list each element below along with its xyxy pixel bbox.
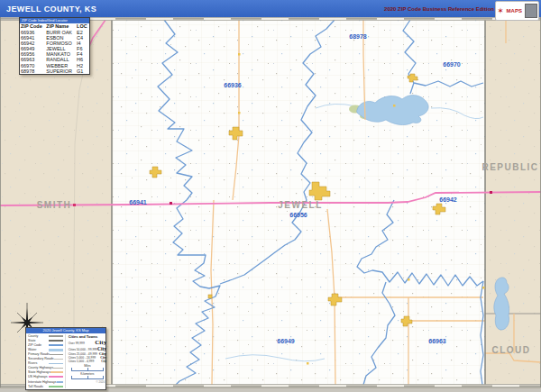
city-class: Over 99,999City	[69, 339, 107, 346]
zip-index-header-row: ZIP Code ZIP Name LOC	[20, 23, 89, 30]
map-document: { "header": { "title": "JEWELL COUNTY, K…	[0, 0, 541, 392]
map-legend: 2020 Jewell County, KS Map County State …	[25, 327, 106, 390]
legend-item: Toll Roads	[28, 384, 63, 388]
legend-item: Secondary Roads	[28, 357, 63, 361]
legend-item: Interstate Highways	[28, 379, 63, 384]
logo-brand-text: MAPS	[507, 8, 522, 14]
us-highway-sample	[49, 376, 63, 378]
zip-label-68978: 68978	[349, 33, 367, 40]
legend-item: State	[28, 339, 63, 343]
legend-item: County	[28, 334, 63, 339]
state-highway-sample	[50, 371, 63, 373]
zip-label-66942: 66942	[439, 196, 457, 203]
county-highway-sample	[53, 368, 63, 369]
county-label-republic: REPUBLIC	[481, 162, 538, 172]
table-row: 66963RANDALLH6	[20, 57, 89, 62]
river-sample	[49, 363, 63, 364]
page-title: JEWELL COUNTY, KS	[0, 5, 96, 14]
legend-cities-column: Cities and Towns Over 99,999City Cities …	[66, 334, 107, 388]
logo-star-icon: ✶	[497, 7, 504, 15]
col-zip-code: ZIP Code	[20, 23, 45, 30]
se-lake	[494, 278, 509, 330]
cell-zip: 68978	[20, 68, 45, 74]
secondary-road-sample	[54, 359, 63, 360]
interstate-sample	[57, 381, 63, 383]
cell-name: SUPERIOR	[45, 68, 76, 74]
zip-label-66963: 66963	[428, 338, 446, 344]
legend-item: State Highways	[28, 370, 63, 375]
cell-loc: G1	[76, 68, 89, 74]
zip-label-66956: 66956	[289, 212, 307, 218]
city-class: Cities 1,000 - 4,999City	[69, 360, 107, 363]
toll-road-sample	[49, 386, 63, 387]
legend-item: US Highways	[28, 375, 63, 379]
legend-item: Rivers	[28, 361, 63, 366]
table-row: 66970WEBBERH2	[20, 63, 89, 68]
zip-index-table: ZIP Code Index/Grid Locator ZIP Code ZIP…	[19, 17, 90, 75]
zip-label-66941: 66941	[129, 199, 147, 205]
water-sample	[49, 349, 63, 351]
zip-line-sample	[49, 344, 63, 346]
brand-logo: ✶ MAPS	[495, 1, 539, 21]
legend-item: Primary Roads	[28, 352, 63, 357]
col-loc: LOC	[76, 23, 89, 30]
county-label-smith: SMITH	[37, 200, 72, 210]
legend-item: County Highways	[28, 366, 63, 370]
primary-road-sample	[50, 354, 63, 355]
state-line-sample	[49, 340, 63, 342]
scale-bar-kilometers: Kilometers	[69, 373, 107, 380]
zip-label-66936: 66936	[224, 82, 242, 88]
county-label-jewell: JEWELL	[278, 200, 323, 210]
copyright-text: © 2020	[69, 379, 107, 384]
table-row: 68978SUPERIORG1	[20, 68, 89, 74]
legend-item: Water	[28, 348, 63, 352]
legend-line-items: County State ZIP Code Water Primary Road…	[28, 334, 66, 388]
scale-bar-miles: Miles	[69, 365, 107, 372]
title-bar: JEWELL COUNTY, KS 2020 ZIP Code Business…	[0, 0, 541, 17]
county-label-cloud: CLOUD	[491, 345, 530, 355]
col-zip-name: ZIP Name	[45, 23, 76, 30]
logo-card-icon	[525, 4, 537, 18]
county-line-sample	[49, 335, 63, 337]
legend-item: ZIP Code	[28, 343, 63, 348]
zip-label-66970: 66970	[443, 61, 461, 68]
zip-label-66949: 66949	[277, 338, 295, 344]
